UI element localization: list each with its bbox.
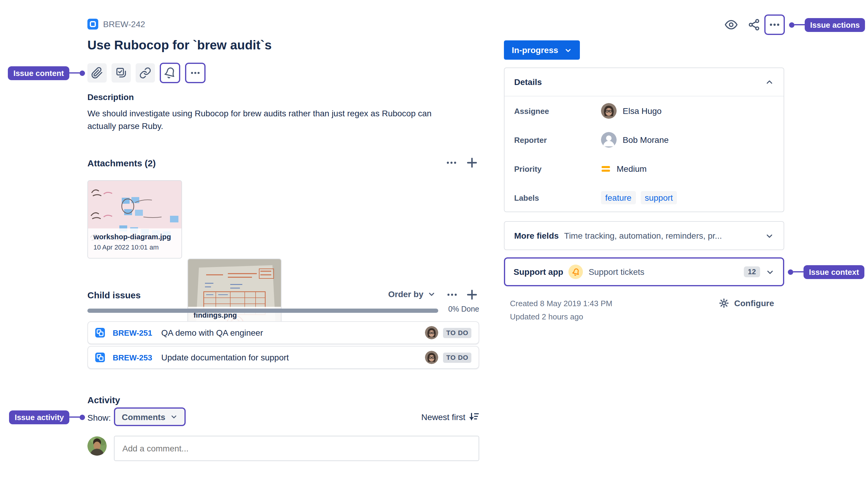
checkbox-icon <box>115 67 127 79</box>
app-bell-button[interactable] <box>160 63 180 83</box>
add-child-issue-button[interactable] <box>111 63 131 83</box>
issue-title[interactable]: Use Rubocop for `brew audit`s <box>87 38 272 52</box>
issue-context-label: Issue context <box>803 265 864 279</box>
more-icon <box>768 18 781 31</box>
reporter-value[interactable]: Bob Morane <box>601 132 669 148</box>
child-issue-row[interactable]: BREW-251 QA demo with QA engineer TO DO <box>87 321 479 344</box>
issue-key[interactable]: BREW-242 <box>103 19 145 29</box>
label-chip[interactable]: feature <box>601 191 636 204</box>
chevron-up-icon <box>765 78 774 86</box>
link-issue-button[interactable] <box>136 63 155 83</box>
issue-context-callout: Issue context <box>788 264 864 279</box>
status-badge[interactable]: TO DO <box>443 352 471 363</box>
label-chip[interactable]: support <box>641 191 677 204</box>
attach-button[interactable] <box>87 63 107 83</box>
child-issues-add-button[interactable] <box>465 287 479 302</box>
add-comment-input[interactable] <box>114 444 479 453</box>
details-heading: Details <box>514 77 542 87</box>
more-fields-panel[interactable]: More fields Time tracking, automation, r… <box>504 221 784 250</box>
assignee-value[interactable]: Elsa Hugo <box>601 103 661 119</box>
priority-name: Medium <box>617 164 647 174</box>
watch-icon <box>724 18 738 31</box>
updated-timestamp: Updated 2 hours ago <box>510 312 583 321</box>
current-user-avatar <box>87 436 107 456</box>
issue-actions-more-button[interactable] <box>764 15 785 35</box>
assignee-avatar[interactable] <box>425 326 438 339</box>
order-by-button[interactable]: Order by <box>388 289 436 299</box>
priority-field: Priority Medium <box>504 154 784 183</box>
more-fields-summary: Time tracking, automation, reminders, pr… <box>564 231 760 240</box>
labels-field: Labels feature support <box>504 183 784 212</box>
breadcrumb[interactable]: BREW-242 <box>87 19 145 29</box>
priority-label: Priority <box>514 164 601 173</box>
share-icon <box>747 18 761 31</box>
status-badge[interactable]: TO DO <box>443 327 471 338</box>
callout-dot <box>80 70 85 76</box>
show-label: Show: <box>87 413 111 423</box>
attachments-add-button[interactable] <box>465 155 479 170</box>
content-more-button[interactable] <box>185 63 205 83</box>
callout-line <box>69 416 80 418</box>
assignee-avatar <box>601 103 617 119</box>
support-app-bell-icon <box>569 264 583 279</box>
status-dropdown-button[interactable]: In-progress <box>504 40 580 60</box>
chevron-down-icon <box>765 267 775 276</box>
chevron-down-icon <box>428 290 436 298</box>
activity-filter-value: Comments <box>122 412 166 422</box>
child-issue-key[interactable]: BREW-253 <box>113 353 152 362</box>
created-timestamp: Created 8 May 2019 1:43 PM <box>510 299 612 308</box>
reporter-field: Reporter Bob Morane <box>504 125 784 154</box>
gear-icon <box>718 298 729 308</box>
details-panel: Details Assignee Elsa Hugo <box>504 67 784 212</box>
sort-descending-icon <box>469 412 479 422</box>
assignee-avatar[interactable] <box>425 351 438 364</box>
attachment-card[interactable]: workshop-diagram.jpg 10 Apr 2022 10:01 a… <box>87 180 182 259</box>
issue-content-callout: Issue content <box>8 66 85 80</box>
child-issues-heading: Child issues <box>87 290 141 300</box>
chevron-down-icon <box>564 46 572 54</box>
attachment-filename: workshop-diagram.jpg <box>93 233 176 241</box>
callout-dot <box>80 414 85 420</box>
sort-order-button[interactable]: Newest first <box>386 412 479 422</box>
paperclip-icon <box>91 67 103 79</box>
chevron-down-icon <box>765 231 774 240</box>
watch-button[interactable] <box>724 18 738 31</box>
labels-label: Labels <box>514 193 601 202</box>
child-issues-more-button[interactable] <box>445 287 459 302</box>
share-button[interactable] <box>747 18 761 31</box>
attachments-more-button[interactable] <box>444 155 459 170</box>
subtask-icon <box>95 352 105 362</box>
jira-issue-view: BREW-242 Use Rubocop for `brew audit`s <box>0 0 868 493</box>
reporter-name: Bob Morane <box>623 135 669 145</box>
priority-medium-icon <box>601 165 611 173</box>
add-comment-box[interactable] <box>114 436 479 461</box>
child-issue-summary[interactable]: QA demo with QA engineer <box>161 328 425 338</box>
child-issue-summary[interactable]: Update documentation for support <box>161 352 425 362</box>
attachment-date: 10 Apr 2022 10:01 am <box>93 243 176 251</box>
more-fields-label: More fields <box>514 231 559 240</box>
support-app-panel[interactable]: Support app Support tickets 12 <box>504 257 784 286</box>
priority-value[interactable]: Medium <box>601 164 647 174</box>
progress-text: 0% Done <box>422 305 479 314</box>
subtask-icon <box>95 328 105 338</box>
configure-button[interactable]: Configure <box>718 298 774 308</box>
issue-actions-label: Issue actions <box>805 18 865 31</box>
issue-toolbar <box>87 63 205 83</box>
chevron-down-icon <box>170 413 178 421</box>
assignee-name: Elsa Hugo <box>623 106 661 116</box>
description-body[interactable]: We should investigate using Rubocop for … <box>87 107 456 133</box>
activity-filter-dropdown[interactable]: Comments <box>114 407 186 426</box>
assignee-field: Assignee Elsa Hugo <box>504 97 784 125</box>
child-issue-row[interactable]: BREW-253 Update documentation for suppor… <box>87 346 479 369</box>
child-issue-key[interactable]: BREW-251 <box>113 328 152 337</box>
issue-content-label: Issue content <box>8 66 69 80</box>
activity-heading: Activity <box>87 395 120 405</box>
child-issues-progress-bar <box>87 308 438 313</box>
details-header[interactable]: Details <box>504 68 784 97</box>
callout-line <box>793 271 803 273</box>
support-tickets-count-badge: 12 <box>743 266 760 277</box>
order-by-label: Order by <box>388 289 424 299</box>
issue-actions-callout: Issue actions <box>789 18 865 32</box>
reporter-avatar <box>601 132 617 148</box>
description-heading: Description <box>87 92 134 102</box>
